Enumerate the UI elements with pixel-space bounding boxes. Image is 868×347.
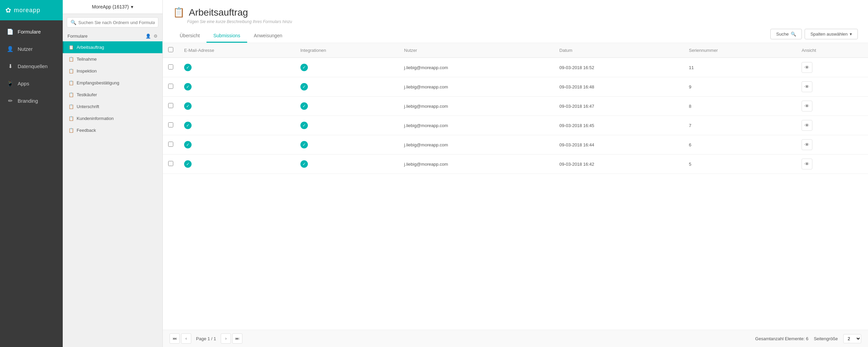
row-email-status: ✓ — [179, 155, 295, 174]
search-button[interactable]: Suche 🔍 — [770, 29, 802, 39]
sidebar-item-formulare[interactable]: 📄 Formulare — [0, 23, 63, 40]
view-button-1[interactable]: 👁 — [802, 81, 812, 92]
account-arrow: ▾ — [131, 4, 133, 9]
row-datum: 09-03-2018 16:45 — [554, 116, 684, 135]
form-item-teilnahme[interactable]: 📋 Teilnahme — [63, 53, 162, 65]
row-checkbox-cell — [163, 58, 179, 77]
next-page-button[interactable]: › — [221, 333, 231, 344]
row-checkbox-2[interactable] — [168, 103, 173, 108]
view-button-3[interactable]: 👁 — [802, 120, 812, 131]
row-email-status: ✓ — [179, 58, 295, 77]
users-icon: 👤 — [7, 46, 14, 52]
form-item-inspektion[interactable]: 📋 Inspektion — [63, 65, 162, 77]
prev-page-button[interactable]: ‹ — [181, 333, 191, 344]
table-row: ✓ ✓ j.liebig@moreapp.com 09-03-2018 16:4… — [163, 97, 868, 116]
row-checkbox-4[interactable] — [168, 142, 173, 147]
sidebar-item-nutzer[interactable]: 👤 Nutzer — [0, 40, 63, 58]
row-nutzer: j.liebig@moreapp.com — [399, 97, 554, 116]
form-file-icon: 📋 — [68, 45, 74, 50]
main-header: 📋 Arbeitsauftrag Fügen Sie eine kurze Be… — [163, 0, 868, 43]
main-nav: 📄 Formulare 👤 Nutzer ⬇ Datenquellen 📱 Ap… — [0, 20, 63, 109]
search-button-label: Suche — [776, 32, 789, 37]
form-file-icon: 📋 — [68, 128, 74, 133]
form-item-label: Inspektion — [77, 68, 97, 74]
form-item-unterschrift[interactable]: 📋 Unterschrift — [63, 101, 162, 113]
columns-select-button[interactable]: Spalten auswählen ▾ — [805, 29, 858, 39]
tab-anweisungen[interactable]: Anweisungen — [247, 29, 289, 43]
form-file-icon: 📋 — [68, 68, 74, 74]
tab-ubersicht[interactable]: Übersicht — [173, 29, 206, 43]
apps-icon: 📱 — [7, 80, 14, 87]
row-integration-status: ✓ — [295, 77, 399, 97]
search-box-wrap: 🔍 — [63, 14, 162, 31]
row-nutzer: j.liebig@moreapp.com — [399, 77, 554, 97]
account-selector[interactable]: MoreApp (16137) ▾ — [92, 4, 133, 9]
row-integration-status: ✓ — [295, 58, 399, 77]
email-status-icon: ✓ — [184, 83, 192, 90]
form-item-arbeitsauftrag[interactable]: 📋 Arbeitsauftrag — [63, 41, 162, 53]
table-row: ✓ ✓ j.liebig@moreapp.com 09-03-2018 16:4… — [163, 77, 868, 97]
tab-submissions[interactable]: Submissions — [206, 29, 247, 43]
row-checkbox-cell — [163, 135, 179, 155]
row-seriennummer: 7 — [684, 116, 796, 135]
form-item-feedback[interactable]: 📋 Feedback — [63, 124, 162, 136]
row-ansicht: 👁 — [796, 97, 868, 116]
view-button-5[interactable]: 👁 — [802, 159, 812, 169]
row-checkbox-0[interactable] — [168, 64, 173, 69]
form-item-label: Feedback — [77, 128, 96, 133]
row-checkbox-cell — [163, 116, 179, 135]
sidebar-item-apps[interactable]: 📱 Apps — [0, 75, 63, 92]
form-item-label: Empfangsbestätigung — [77, 80, 119, 85]
row-seriennummer: 6 — [684, 135, 796, 155]
integration-status-icon: ✓ — [300, 83, 308, 90]
form-item-label: Teilnahme — [77, 57, 97, 62]
sidebar-dark: ✿ moreapp 📄 Formulare 👤 Nutzer ⬇ Datenqu… — [0, 0, 63, 347]
page-size-label: Seitengröße — [814, 336, 838, 341]
settings-icon[interactable]: ⚙ — [154, 34, 158, 39]
view-button-0[interactable]: 👁 — [802, 62, 812, 73]
page-size-select[interactable]: 2 5 10 — [843, 334, 861, 343]
col-integrationen: Integrationen — [295, 43, 399, 58]
form-item-label: Arbeitsauftrag — [77, 45, 104, 50]
main-content: 📋 Arbeitsauftrag Fügen Sie eine kurze Be… — [163, 0, 868, 347]
view-button-2[interactable]: 👁 — [802, 101, 812, 111]
integration-status-icon: ✓ — [300, 160, 308, 168]
pagination-bar: ⏮ ‹ Page 1 / 1 › ⏭ Gesamtanzahl Elemente… — [163, 330, 868, 347]
page-title: Arbeitsauftrag — [189, 7, 248, 18]
first-page-button[interactable]: ⏮ — [170, 333, 180, 344]
row-datum: 09-03-2018 16:52 — [554, 58, 684, 77]
row-checkbox-cell — [163, 97, 179, 116]
last-page-button[interactable]: ⏭ — [232, 333, 242, 344]
page-info: Page 1 / 1 — [193, 336, 219, 341]
view-button-4[interactable]: 👁 — [802, 139, 812, 150]
sidebar-item-datenquellen[interactable]: ⬇ Datenquellen — [0, 58, 63, 75]
sidebar-item-branding[interactable]: ✏ Branding — [0, 92, 63, 109]
select-all-checkbox[interactable] — [168, 47, 173, 52]
row-integration-status: ✓ — [295, 135, 399, 155]
table-row: ✓ ✓ j.liebig@moreapp.com 09-03-2018 16:4… — [163, 116, 868, 135]
col-checkbox — [163, 43, 179, 58]
form-item-testkaufer[interactable]: 📋 Testkäufer — [63, 89, 162, 101]
row-checkbox-1[interactable] — [168, 84, 173, 89]
email-status-icon: ✓ — [184, 102, 192, 110]
form-file-icon: 📋 — [68, 57, 74, 62]
email-status-icon: ✓ — [184, 64, 192, 71]
form-item-label: Kundeninformation — [77, 116, 114, 121]
search-button-icon: 🔍 — [791, 32, 796, 37]
row-datum: 09-03-2018 16:47 — [554, 97, 684, 116]
integration-status-icon: ✓ — [300, 141, 308, 148]
row-datum: 09-03-2018 16:48 — [554, 77, 684, 97]
search-input[interactable] — [78, 20, 155, 25]
row-nutzer: j.liebig@moreapp.com — [399, 116, 554, 135]
row-email-status: ✓ — [179, 77, 295, 97]
row-seriennummer: 9 — [684, 77, 796, 97]
add-user-icon[interactable]: 👤 — [145, 34, 151, 39]
form-item-empfangsbestatigung[interactable]: 📋 Empfangsbestätigung — [63, 77, 162, 89]
row-seriennummer: 5 — [684, 155, 796, 174]
row-checkbox-5[interactable] — [168, 161, 173, 166]
row-checkbox-3[interactable] — [168, 122, 173, 127]
sidebar-item-label-branding: Branding — [18, 98, 38, 104]
row-datum: 09-03-2018 16:42 — [554, 155, 684, 174]
sidebar-item-label-apps: Apps — [18, 81, 29, 86]
form-item-kundeninformation[interactable]: 📋 Kundeninformation — [63, 113, 162, 124]
